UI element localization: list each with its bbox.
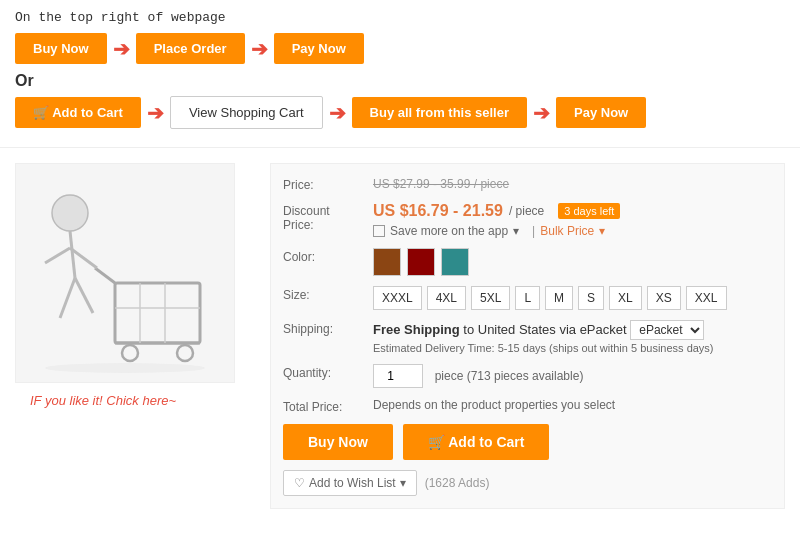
buy-now-button-1[interactable]: Buy Now: [15, 33, 107, 64]
svg-line-5: [95, 268, 115, 283]
flow-row-2: 🛒 Add to Cart ➔ View Shopping Cart ➔ Buy…: [15, 96, 785, 129]
bulk-price-link[interactable]: Bulk Price: [540, 224, 594, 238]
product-section: IF you like it! Chick here~ Price: US $2…: [0, 153, 800, 519]
size-l[interactable]: L: [515, 286, 540, 310]
size-s[interactable]: S: [578, 286, 604, 310]
flow-row-1: Buy Now ➔ Place Order ➔ Pay Now: [15, 33, 785, 64]
or-text: Or: [15, 72, 785, 90]
wishlist-count: (1628 Adds): [425, 476, 490, 490]
color-swatches: [373, 248, 772, 276]
divider: [0, 147, 800, 148]
quantity-input[interactable]: [373, 364, 423, 388]
product-image: [15, 163, 235, 383]
color-row: Color:: [283, 248, 772, 276]
shipping-est-text: Estimated Delivery Time: 5-15 days (ship…: [373, 342, 772, 354]
arrow-3: ➔: [147, 101, 164, 125]
total-price-text: Depends on the product properties you se…: [373, 398, 772, 412]
shipping-method-select[interactable]: ePacket: [630, 320, 704, 340]
shipping-label: Shipping:: [283, 320, 373, 336]
action-buttons: Buy Now 🛒 Add to Cart: [283, 424, 772, 460]
size-m[interactable]: M: [545, 286, 573, 310]
days-left-badge: 3 days left: [558, 203, 620, 219]
svg-point-14: [45, 363, 205, 373]
buy-all-from-seller-button[interactable]: Buy all from this seller: [352, 97, 527, 128]
price-label: Price:: [283, 176, 373, 192]
total-price-row: Total Price: Depends on the product prop…: [283, 398, 772, 414]
svg-line-13: [75, 278, 93, 313]
product-details-col: Price: US $27.99 - 35.99 / piece Discoun…: [270, 163, 785, 509]
add-to-wishlist-button[interactable]: ♡ Add to Wish List ▾: [283, 470, 417, 496]
discount-price-row: DiscountPrice: US $16.79 - 21.59 / piece…: [283, 202, 772, 238]
size-xl[interactable]: XL: [609, 286, 642, 310]
size-4xl[interactable]: 4XL: [427, 286, 466, 310]
color-value: [373, 248, 772, 276]
save-more-text: Save more on the app: [390, 224, 508, 238]
size-value: XXXL 4XL 5XL L M S XL XS XXL: [373, 286, 772, 310]
color-swatch-brown[interactable]: [373, 248, 401, 276]
quantity-note: piece (713 pieces available): [435, 369, 584, 383]
svg-point-7: [177, 345, 193, 361]
quantity-label: Quantity:: [283, 364, 373, 380]
add-to-cart-button-top[interactable]: 🛒 Add to Cart: [15, 97, 141, 128]
heart-icon: ♡: [294, 476, 305, 490]
pay-now-button-2[interactable]: Pay Now: [556, 97, 646, 128]
svg-line-9: [70, 231, 75, 278]
save-more-checkbox[interactable]: [373, 225, 385, 237]
quantity-row: Quantity: piece (713 pieces available): [283, 364, 772, 388]
quantity-value: piece (713 pieces available): [373, 364, 772, 388]
arrow-2: ➔: [251, 37, 268, 61]
shipping-value: Free Shipping to United States via ePack…: [373, 320, 772, 354]
arrow-5: ➔: [533, 101, 550, 125]
if-you-like-text: IF you like it! Chick here~: [15, 393, 255, 408]
pay-now-button-1[interactable]: Pay Now: [274, 33, 364, 64]
buy-now-main-button[interactable]: Buy Now: [283, 424, 393, 460]
svg-point-8: [52, 195, 88, 231]
cart-figure-svg: [25, 173, 225, 373]
size-options: XXXL 4XL 5XL L M S XL XS XXL: [373, 286, 772, 310]
place-order-button[interactable]: Place Order: [136, 33, 245, 64]
svg-line-11: [45, 248, 70, 263]
size-5xl[interactable]: 5XL: [471, 286, 510, 310]
shipping-row: Shipping: Free Shipping to United States…: [283, 320, 772, 354]
size-label: Size:: [283, 286, 373, 302]
size-row: Size: XXXL 4XL 5XL L M S XL XS XXL: [283, 286, 772, 310]
arrow-4: ➔: [329, 101, 346, 125]
discount-price-label: DiscountPrice:: [283, 202, 373, 232]
color-swatch-darkred[interactable]: [407, 248, 435, 276]
add-to-cart-main-button[interactable]: 🛒 Add to Cart: [403, 424, 550, 460]
size-xxl[interactable]: XXL: [686, 286, 727, 310]
arrow-1: ➔: [113, 37, 130, 61]
view-shopping-cart-button[interactable]: View Shopping Cart: [170, 96, 323, 129]
price-original: US $27.99 - 35.99 / piece: [373, 176, 772, 191]
discount-price-value: US $16.79 - 21.59 / piece 3 days left Sa…: [373, 202, 772, 238]
svg-rect-0: [115, 283, 200, 343]
svg-point-6: [122, 345, 138, 361]
product-image-col: IF you like it! Chick here~: [15, 163, 255, 509]
wishlist-label: Add to Wish List: [309, 476, 396, 490]
price-row: Price: US $27.99 - 35.99 / piece: [283, 176, 772, 192]
save-more-row: Save more on the app ▾ | Bulk Price ▾: [373, 224, 772, 238]
wishlist-row: ♡ Add to Wish List ▾ (1628 Adds): [283, 470, 772, 496]
svg-line-12: [60, 278, 75, 318]
chevron-down-icon: ▾: [400, 476, 406, 490]
color-label: Color:: [283, 248, 373, 264]
instruction-text: On the top right of webpage: [15, 10, 785, 25]
shipping-to-text: to United States via ePacket: [463, 322, 626, 337]
total-price-label: Total Price:: [283, 398, 373, 414]
size-xxxl[interactable]: XXXL: [373, 286, 422, 310]
free-shipping-text: Free Shipping: [373, 322, 460, 337]
color-swatch-teal[interactable]: [441, 248, 469, 276]
size-xs[interactable]: XS: [647, 286, 681, 310]
